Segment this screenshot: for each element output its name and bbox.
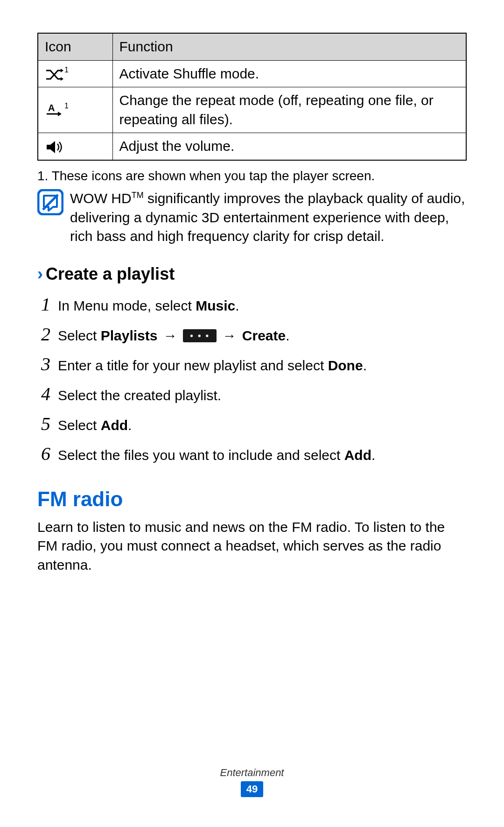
table-row: 1 Activate Shuffle mode. [38,60,466,87]
footnote-mark: 1 [64,102,69,110]
bold: Add [344,447,371,463]
cell-icon-volume [38,133,112,160]
t: . [371,447,375,463]
body-paragraph: Learn to listen to music and news on the… [37,518,467,575]
section-title-text: Create a playlist [46,264,175,283]
arrow: → [157,328,183,343]
bold: Music [196,298,235,313]
table-row: Adjust the volume. [38,133,466,160]
cell-function: Adjust the volume. [112,133,466,160]
step-text: Select the files you want to include and… [58,446,375,465]
t: Select [58,417,101,433]
th-function: Function [112,33,466,60]
svg-text:A: A [48,103,55,113]
step-number: 3 [37,352,50,377]
trademark: TM [132,191,144,200]
info-note: WOW HDTM significantly improves the play… [37,189,467,246]
t: In Menu mode, select [58,298,196,313]
chevron-icon: › [37,264,43,283]
volume-icon [45,140,63,154]
bold: Done [328,358,363,373]
step-item: 6 Select the files you want to include a… [37,441,467,467]
cell-icon-shuffle: 1 [38,60,112,87]
step-number: 4 [37,382,50,407]
step-item: 2 Select Playlists → → Create. [37,322,467,347]
repeat-icon: A [45,103,63,119]
step-text: Select Add. [58,416,132,435]
step-text: In Menu mode, select Music. [58,297,239,316]
th-icon: Icon [38,33,112,60]
arrow: → [217,328,242,343]
t: . [128,417,132,433]
t: Select the files you want to include and… [58,447,344,463]
icon-function-table: Icon Function 1 Activate Shuffle mode. [37,33,467,161]
note-text: WOW HDTM significantly improves the play… [70,189,467,246]
more-menu-icon [183,329,217,342]
cell-function: Activate Shuffle mode. [112,60,466,87]
footnote-text: 1. These icons are shown when you tap th… [37,167,467,185]
t: Enter a title for your new playlist and … [58,358,328,373]
step-item: 1 In Menu mode, select Music. [37,292,467,317]
table-header-row: Icon Function [38,33,466,60]
step-number: 5 [37,411,50,437]
step-number: 1 [37,292,50,317]
steps-list: 1 In Menu mode, select Music. 2 Select P… [37,292,467,467]
t: Select [58,328,101,343]
note-icon [37,189,63,215]
page-footer: Entertainment 49 [0,766,504,797]
table-row: A 1 Change the repeat mode (off, repeati… [38,87,466,133]
step-text: Select the created playlist. [58,386,221,405]
bold: Playlists [101,328,158,343]
t: . [363,358,367,373]
step-item: 4 Select the created playlist. [37,382,467,407]
step-item: 5 Select Add. [37,411,467,437]
footnote-mark: 1 [64,66,69,74]
step-number: 2 [37,322,50,347]
bold: Add [101,417,128,433]
step-item: 3 Enter a title for your new playlist an… [37,352,467,377]
t: . [235,298,239,313]
note-prefix: WOW HD [70,191,132,206]
cell-icon-repeat: A 1 [38,87,112,133]
cell-function: Change the repeat mode (off, repeating o… [112,87,466,133]
bold: Create [242,328,286,343]
footer-section-name: Entertainment [0,766,504,780]
step-text: Select Playlists → → Create. [58,326,290,346]
section-heading-create-playlist: ›Create a playlist [37,263,467,286]
shuffle-icon [45,68,63,82]
step-number: 6 [37,441,50,467]
t: . [286,328,289,343]
page: Icon Function 1 Activate Shuffle mode. [0,0,504,827]
heading-fm-radio: FM radio [37,485,467,513]
step-text: Enter a title for your new playlist and … [58,356,367,375]
page-number: 49 [241,781,263,797]
